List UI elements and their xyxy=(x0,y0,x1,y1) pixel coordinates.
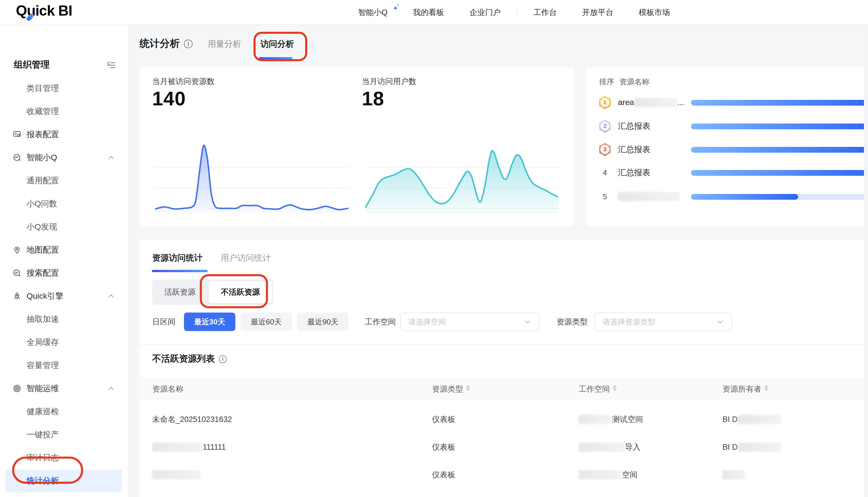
table-header: 资源名称资源类型工作空间资源所有者 xyxy=(139,378,868,401)
table-row: 未命名_202510231632仪表板测试空间BI D xyxy=(139,406,868,433)
sidebar-item-审计日志[interactable]: 审计日志 xyxy=(0,446,128,469)
section-divider xyxy=(139,344,868,345)
sidebar-item-label: 智能运维 xyxy=(27,383,59,394)
quick-bi-logo[interactable]: Quick BI xyxy=(16,2,72,19)
nav-item-企业门户[interactable]: 企业门户 xyxy=(470,7,501,18)
sidebar-item-label: 智能小Q xyxy=(27,152,57,163)
sort-icon[interactable] xyxy=(466,385,470,391)
tab-usage-analysis[interactable]: 用量分析 xyxy=(208,38,241,50)
resource-activity-segmented: 活跃资源不活跃资源 xyxy=(152,279,273,305)
ranking-bar-track xyxy=(691,170,868,176)
nav-item-工作台[interactable]: 工作台 xyxy=(533,7,557,18)
topbar: Quick BI 智能小Q✦✦我的看板企业门户工作台开放平台模板市场 xyxy=(0,0,868,25)
nav-item-开放平台[interactable]: 开放平台 xyxy=(582,7,613,18)
sidebar-item-报表配置[interactable]: 报表配置 xyxy=(0,123,128,146)
date-button-最近90天[interactable]: 最近90天 xyxy=(297,313,349,331)
sidebar-title: 组织管理 xyxy=(14,59,50,71)
column-header-工作空间[interactable]: 工作空间 xyxy=(579,378,617,401)
resource-type-select[interactable]: 请选择资源类型 xyxy=(594,313,732,331)
nav-item-label: 工作台 xyxy=(533,8,557,17)
metric-users-value: 18 xyxy=(362,87,384,110)
date-button-最近60天[interactable]: 最近60天 xyxy=(240,313,292,331)
sidebar-item-全局缓存[interactable]: 全局缓存 xyxy=(0,331,128,354)
tab-visit-analysis[interactable]: 访问分析 xyxy=(261,38,294,50)
ranking-bar xyxy=(691,170,868,176)
nav-item-我的看板[interactable]: 我的看板 xyxy=(413,7,444,18)
sidebar-item-通用配置[interactable]: 通用配置 xyxy=(0,169,128,192)
sidebar-item-容量管理[interactable]: 容量管理 xyxy=(0,354,128,377)
ranking-rank-header: 排序 xyxy=(599,77,614,87)
sidebar-item-类目管理[interactable]: 类目管理 xyxy=(0,77,128,100)
ranking-row-4: 4汇总报表 xyxy=(586,166,868,179)
sidebar-item-智能小Q[interactable]: 智能小Q xyxy=(0,146,128,169)
sidebar-item-一键投产[interactable]: 一键投产 xyxy=(0,423,128,446)
nav-item-智能小Q[interactable]: 智能小Q✦✦ xyxy=(358,7,388,18)
sidebar-item-抽取加速[interactable]: 抽取加速 xyxy=(0,308,128,331)
ranking-resource-name xyxy=(618,190,680,203)
ops-icon xyxy=(13,384,22,393)
sidebar-item-健康巡检[interactable]: 健康巡检 xyxy=(0,400,128,423)
sidebar-item-统计分析[interactable]: 统计分析 xyxy=(0,469,128,492)
date-button-最近30天[interactable]: 最近30天 xyxy=(184,313,235,331)
ranking-resource-name: 汇总报表 xyxy=(618,143,650,156)
ranking-row-2: 2汇总报表 xyxy=(586,119,868,133)
metric-resources-value: 140 xyxy=(152,87,186,110)
quick-bi-page: Quick BI 智能小Q✦✦我的看板企业门户工作台开放平台模板市场 组织管理 … xyxy=(0,0,868,497)
workspace-select[interactable]: 请选择空间 xyxy=(400,313,540,331)
scrollbar[interactable] xyxy=(864,25,868,497)
sort-icon[interactable] xyxy=(764,385,768,391)
ranking-name-header: 资源名称 xyxy=(619,77,649,87)
sidebar-item-地图配置[interactable]: 地图配置 xyxy=(0,238,128,261)
table-cell: 仪表板 xyxy=(432,406,456,433)
date-range-label: 日区间 xyxy=(152,313,176,331)
column-header-资源类型[interactable]: 资源类型 xyxy=(432,378,470,401)
sidebar-item-label: 容量管理 xyxy=(27,360,59,371)
sidebar-item-label: 搜索配置 xyxy=(27,268,59,279)
segment-不活跃资源[interactable]: 不活跃资源 xyxy=(208,281,272,303)
workspace-label: 工作空间 xyxy=(365,313,396,331)
tab-user-visit-stats[interactable]: 用户访问统计 xyxy=(221,252,271,264)
medal-gold-icon: 1 xyxy=(598,96,612,109)
medal-number: 1 xyxy=(600,98,610,107)
ranking-bar-track xyxy=(691,147,868,153)
sidebar-collapse-icon[interactable] xyxy=(106,60,116,70)
table-cell: 未命名_202510231632 xyxy=(152,406,232,433)
sort-icon[interactable] xyxy=(613,385,617,391)
ranking-card: 排序 资源名称 1area...2汇总报表3汇总报表4汇总报表5 xyxy=(586,67,868,227)
column-header-资源名称: 资源名称 xyxy=(152,378,183,401)
main-content: 统计分析i 用量分析 访问分析 当月被访问资源数 140 当月访问用户数 18 xyxy=(128,25,868,497)
chevron-up-icon xyxy=(108,154,115,161)
sidebar-item-小Q发现[interactable]: 小Q发现 xyxy=(0,215,128,238)
ranking-bar xyxy=(691,100,868,105)
page-title-info-icon[interactable]: i xyxy=(184,40,193,48)
redacted-text xyxy=(723,470,745,479)
metric-resources-label: 当月被访问资源数 xyxy=(152,76,214,87)
sidebar-item-label: 全局缓存 xyxy=(27,337,59,348)
sidebar-item-智能运维[interactable]: 智能运维 xyxy=(0,377,128,400)
column-header-资源所有者[interactable]: 资源所有者 xyxy=(723,378,768,401)
table-cell: 111111 xyxy=(152,433,226,461)
tab-resource-visit-stats[interactable]: 资源访问统计 xyxy=(152,252,202,264)
sidebar-item-收藏管理[interactable]: 收藏管理 xyxy=(0,100,128,123)
sidebar-item-搜索配置[interactable]: 搜索配置 xyxy=(0,261,128,285)
redacted-text xyxy=(152,442,203,452)
redacted-text xyxy=(152,470,201,479)
sidebar-item-小Q问数[interactable]: 小Q问数 xyxy=(0,192,128,215)
metrics-card: 当月被访问资源数 140 当月访问用户数 18 xyxy=(139,67,574,227)
sidebar-item-性能分析[interactable]: 性能分析 xyxy=(0,492,128,497)
sidebar-item-Quick引擎[interactable]: Quick引擎 xyxy=(0,285,128,308)
segment-活跃资源[interactable]: 活跃资源 xyxy=(152,279,208,305)
sidebar-item-label: 一键投产 xyxy=(27,429,59,440)
nav-item-模板市场[interactable]: 模板市场 xyxy=(639,7,670,18)
metric-users-label: 当月访问用户数 xyxy=(362,76,416,87)
table-title-info-icon[interactable]: i xyxy=(219,355,227,363)
redacted-text xyxy=(618,192,680,201)
table-cell: BI D xyxy=(723,433,781,461)
sidebar-item-label: 审计日志 xyxy=(27,452,59,463)
logo-text: Quick BI xyxy=(16,3,72,19)
redacted-text xyxy=(579,470,622,479)
table-cell: 空间 xyxy=(579,461,638,488)
table-cell: BI D xyxy=(723,406,781,433)
chevron-up-icon xyxy=(108,385,115,392)
redacted-text xyxy=(738,415,781,424)
